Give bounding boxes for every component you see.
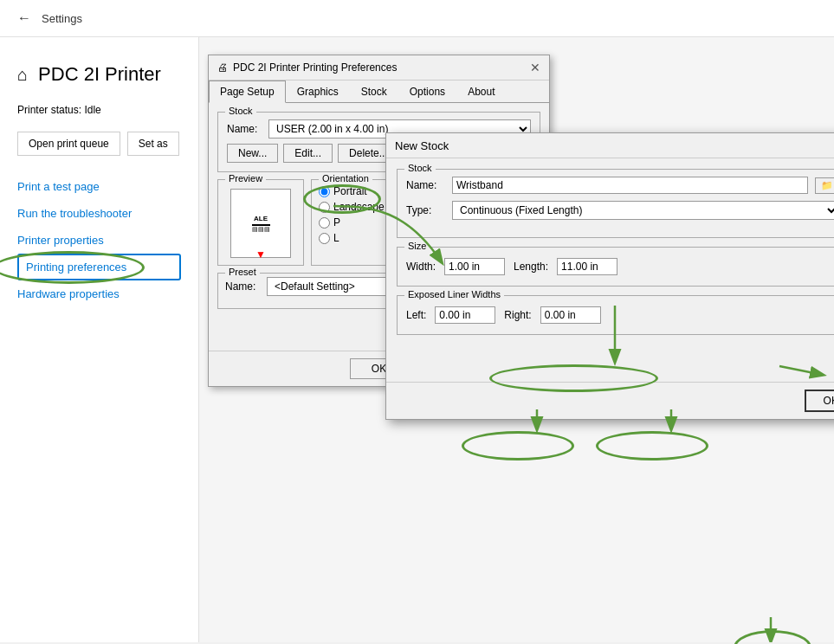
device-name: PDC 2I Printer (38, 63, 161, 86)
ns-right-input[interactable] (540, 306, 601, 324)
tab-about[interactable]: About (456, 80, 506, 102)
settings-header: ← Settings (0, 0, 834, 37)
preview-label: Preview (225, 173, 266, 184)
device-title: ⌂ PDC 2I Printer (0, 55, 198, 103)
ns-length-label: Length: (514, 261, 548, 273)
printing-preferences-link[interactable]: Printing preferences (17, 254, 181, 280)
settings-title: Settings (42, 12, 82, 25)
back-button[interactable]: ← (17, 10, 31, 26)
ns-type-row: Type: Continuous (Fixed Length) (406, 201, 834, 220)
nav-links: Print a test page Run the troubleshooter… (0, 173, 198, 307)
preset-label: Preset (225, 267, 260, 277)
ns-liner-group: Exposed Liner Widths Left: Right: (397, 295, 834, 335)
stock-group-label: Stock (225, 106, 256, 116)
preview-box: Preview ALE ▤▤▤ ▼ (217, 179, 304, 266)
annotation-circle-length (596, 431, 708, 460)
ns-left-input[interactable] (435, 306, 495, 324)
ns-width-label: Width: (406, 261, 436, 273)
preset-name-label: Name: (225, 280, 262, 293)
main-area: ⌂ PDC 2I Printer Printer status: Idle Op… (0, 37, 834, 642)
tab-options[interactable]: Options (398, 80, 456, 102)
ns-size-group: Size Width: Length: (397, 247, 834, 287)
status-label: Printer status: Idle (17, 104, 101, 116)
new-stock-dialog: New Stock ✕ Stock Name: 📁 Type: (385, 132, 834, 420)
home-icon: ⌂ (17, 65, 28, 85)
ns-width-input[interactable] (444, 258, 505, 275)
preview-text: ALE (252, 215, 270, 226)
run-troubleshooter-link[interactable]: Run the troubleshooter (17, 200, 181, 227)
annotation-circle-width (462, 431, 574, 460)
orientation-label: Orientation (319, 173, 372, 184)
ns-liner-label: Exposed Liner Widths (404, 289, 504, 299)
red-arrow-icon: ▼ (255, 248, 266, 261)
ns-footer: OK Cancel Help (386, 382, 834, 419)
set-as-button[interactable]: Set as (127, 132, 179, 156)
annotation-circle-ok (734, 630, 811, 644)
pref-dialog-tabs: Page Setup Graphics Stock Options About (209, 80, 549, 103)
left-panel: ⌂ PDC 2I Printer Printer status: Idle Op… (0, 37, 199, 642)
dialog-area: 🖨 PDC 2I Printer Printing Preferences ✕ … (199, 37, 834, 642)
ns-name-label: Name: (406, 179, 445, 191)
printer-properties-link[interactable]: Printer properties (17, 227, 181, 254)
printer-icon: 🖨 (217, 61, 228, 74)
ns-name-input[interactable] (452, 177, 808, 194)
new-button[interactable]: New... (227, 144, 278, 163)
open-print-queue-button[interactable]: Open print queue (17, 132, 120, 156)
ns-name-row: Name: 📁 (406, 177, 834, 194)
printer-status: Printer status: Idle (0, 103, 198, 125)
ns-size-row: Width: Length: (406, 258, 834, 275)
new-stock-body: Stock Name: 📁 Type: Continuous (Fixed Le… (386, 158, 834, 382)
new-stock-titlebar: New Stock ✕ (386, 133, 834, 158)
ns-stock-group: Stock Name: 📁 Type: Continuous (Fixed Le… (397, 169, 834, 238)
pref-dialog-close[interactable]: ✕ (530, 61, 540, 74)
tab-stock[interactable]: Stock (350, 80, 398, 102)
ns-type-label: Type: (406, 204, 445, 216)
tab-graphics[interactable]: Graphics (286, 80, 350, 102)
ns-liner-row: Left: Right: (406, 306, 834, 324)
print-test-page-link[interactable]: Print a test page (17, 173, 181, 200)
ns-type-select[interactable]: Continuous (Fixed Length) (452, 201, 834, 220)
button-row: Open print queue Set as (0, 125, 198, 173)
ns-size-label: Size (404, 241, 430, 251)
preview-content: ALE ▤▤▤ ▼ (230, 189, 291, 258)
ns-stock-label: Stock (404, 163, 436, 173)
ns-ok-button[interactable]: OK (805, 390, 834, 412)
pref-dialog-title: PDC 2I Printer Printing Preferences (233, 61, 397, 74)
ns-browse-button[interactable]: 📁 (815, 177, 834, 194)
hardware-properties-link[interactable]: Hardware properties (17, 280, 181, 307)
stock-name-label: Name: (227, 123, 263, 135)
ns-left-panel: Stock Name: 📁 Type: Continuous (Fixed Le… (397, 169, 834, 371)
edit-button[interactable]: Edit... (283, 144, 333, 163)
new-stock-title: New Stock (395, 139, 449, 152)
tab-page-setup[interactable]: Page Setup (209, 80, 286, 103)
ns-left-label: Left: (406, 309, 426, 321)
pref-dialog-titlebar: 🖨 PDC 2I Printer Printing Preferences ✕ (209, 55, 549, 80)
ns-right-label: Right: (504, 309, 531, 321)
ns-length-input[interactable] (557, 258, 617, 275)
